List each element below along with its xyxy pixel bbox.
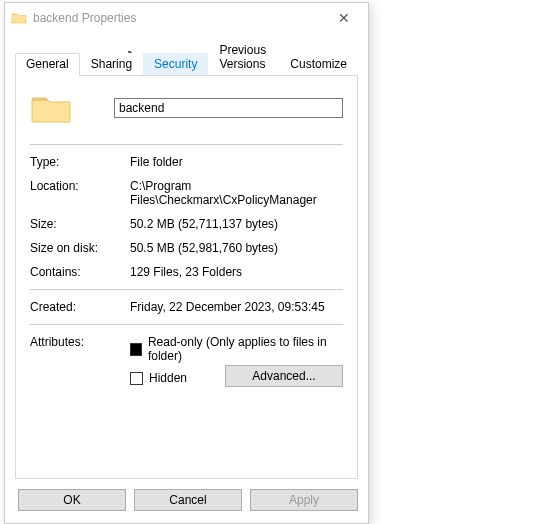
value-size: 50.2 MB (52,711,137 bytes) <box>130 217 343 231</box>
row-created: Created: Friday, 22 December 2023, 09:53… <box>30 300 343 314</box>
value-size-on-disk: 50.5 MB (52,981,760 bytes) <box>130 241 343 255</box>
advanced-button[interactable]: Advanced... <box>225 365 343 387</box>
checkbox-readonly-row: Read-only (Only applies to files in fold… <box>130 335 343 363</box>
value-created: Friday, 22 December 2023, 09:53:45 <box>130 300 343 314</box>
tab-customize[interactable]: Customize <box>279 53 358 75</box>
tab-security[interactable]: Security <box>143 53 208 75</box>
label-created: Created: <box>30 300 130 314</box>
properties-dialog: backend Properties ✕ General Sharing Sec… <box>4 2 369 524</box>
tab-content: Type: File folder Location: C:\Program F… <box>15 75 358 479</box>
checkbox-readonly[interactable] <box>130 343 142 356</box>
cancel-button[interactable]: Cancel <box>134 489 242 511</box>
close-button[interactable]: ✕ <box>324 10 364 26</box>
folder-name-input[interactable] <box>114 98 343 118</box>
row-location: Location: C:\Program Files\Checkmarx\CxP… <box>30 179 343 207</box>
folder-icon-large <box>30 90 72 126</box>
separator <box>30 289 343 290</box>
value-type: File folder <box>130 155 343 169</box>
label-attributes: Attributes: <box>30 335 130 387</box>
folder-icon <box>11 10 27 26</box>
tab-strip: General Sharing Security Previous Versio… <box>5 39 368 75</box>
row-contains: Contains: 129 Files, 23 Folders <box>30 265 343 279</box>
value-contains: 129 Files, 23 Folders <box>130 265 343 279</box>
ok-button[interactable]: OK <box>18 489 126 511</box>
label-type: Type: <box>30 155 130 169</box>
checkbox-hidden[interactable] <box>130 372 143 385</box>
tab-general[interactable]: General <box>15 53 80 76</box>
row-size-on-disk: Size on disk: 50.5 MB (52,981,760 bytes) <box>30 241 343 255</box>
window-title: backend Properties <box>33 11 324 25</box>
titlebar: backend Properties ✕ <box>5 3 368 33</box>
label-size: Size: <box>30 217 130 231</box>
tab-previous-versions[interactable]: Previous Versions <box>208 39 279 75</box>
row-type: Type: File folder <box>30 155 343 169</box>
dialog-footer: OK Cancel Apply <box>5 479 368 523</box>
separator <box>30 324 343 325</box>
label-readonly: Read-only (Only applies to files in fold… <box>148 335 343 363</box>
row-attributes: Attributes: Read-only (Only applies to f… <box>30 335 343 387</box>
name-row <box>30 90 343 126</box>
value-location: C:\Program Files\Checkmarx\CxPolicyManag… <box>130 179 343 207</box>
apply-button[interactable]: Apply <box>250 489 358 511</box>
row-size: Size: 50.2 MB (52,711,137 bytes) <box>30 217 343 231</box>
label-contains: Contains: <box>30 265 130 279</box>
label-size-on-disk: Size on disk: <box>30 241 130 255</box>
label-hidden: Hidden <box>149 371 187 385</box>
tab-sharing[interactable]: Sharing <box>80 53 143 75</box>
label-location: Location: <box>30 179 130 207</box>
separator <box>30 144 343 145</box>
